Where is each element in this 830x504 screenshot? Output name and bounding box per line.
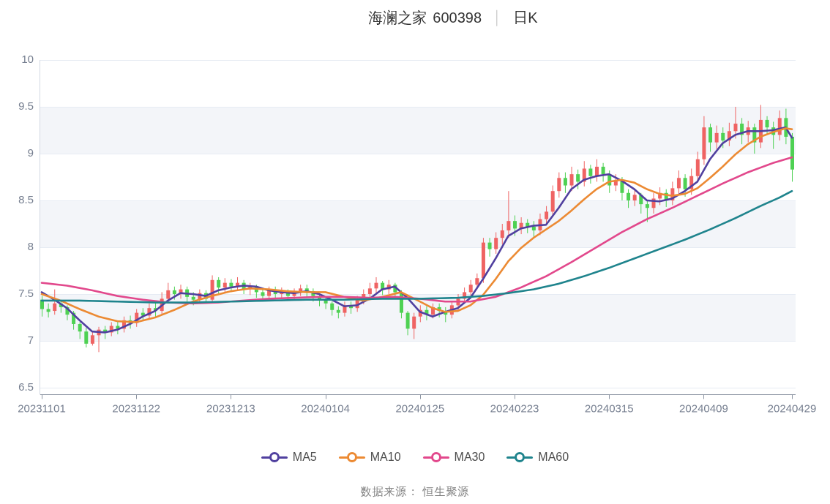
data-source-note: 数据来源： 恒生聚源	[0, 485, 830, 499]
ma30-legend-marker	[423, 451, 449, 463]
chart-title: 海澜之家 600398 │ 日K	[368, 8, 537, 28]
kline-chart	[0, 0, 830, 504]
legend-item-ma5[interactable]: MA5	[261, 451, 317, 464]
stock-name: 海澜之家	[368, 8, 427, 28]
legend-item-ma10[interactable]: MA10	[339, 451, 401, 464]
ma-legend: MA5 MA10 MA30 MA60	[0, 451, 830, 464]
ma60-legend-label: MA60	[538, 451, 569, 464]
ma60-legend-marker	[506, 451, 533, 463]
stock-code: 600398	[433, 10, 482, 26]
title-separator: │	[493, 10, 501, 26]
ma30-legend-label: MA30	[455, 451, 485, 464]
legend-item-ma30[interactable]: MA30	[423, 451, 485, 464]
kline-page: 海澜之家 600398 │ 日K MA5 MA10 MA30 MA60 数据来源…	[0, 0, 830, 504]
ma5-legend-label: MA5	[293, 451, 317, 464]
ma10-legend-label: MA10	[370, 451, 401, 464]
ma10-legend-marker	[339, 451, 365, 463]
ma5-legend-marker	[261, 451, 288, 463]
legend-item-ma60[interactable]: MA60	[506, 451, 569, 464]
kline-type-label: 日K	[513, 8, 537, 28]
